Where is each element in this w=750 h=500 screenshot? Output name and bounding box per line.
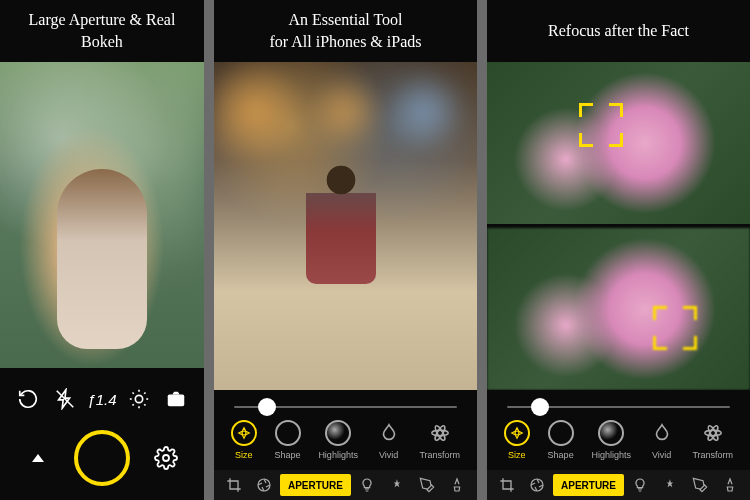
pin-icon[interactable]	[383, 474, 411, 496]
aperture-value[interactable]: ƒ1.4	[87, 384, 117, 414]
panel-title: Large Aperture & Real Bokeh	[0, 0, 204, 62]
tool-size[interactable]: Size	[504, 420, 530, 460]
svg-point-16	[258, 479, 270, 491]
tool-shape[interactable]: Shape	[275, 420, 301, 460]
focus-indicator[interactable]	[579, 103, 623, 147]
svg-point-18	[705, 430, 722, 436]
svg-point-1	[135, 395, 142, 402]
exposure-icon[interactable]	[124, 384, 154, 414]
svg-rect-10	[167, 394, 184, 406]
photo-preview[interactable]	[0, 62, 204, 368]
aperture-mode-icon[interactable]	[523, 474, 551, 496]
panel-title: An Essential Tool for All iPhones & iPad…	[214, 0, 477, 62]
svg-point-21	[531, 479, 543, 491]
crop-icon[interactable]	[493, 474, 521, 496]
tool-vivid[interactable]: Vivid	[376, 420, 402, 460]
bottom-mode-bar: APERTURE	[487, 470, 750, 500]
svg-point-13	[431, 430, 448, 436]
mode-aperture-label[interactable]: APERTURE	[280, 474, 351, 496]
svg-line-4	[132, 392, 133, 393]
settings-icon[interactable]	[154, 446, 178, 470]
brush-icon[interactable]	[413, 474, 441, 496]
screenshot-panel-1: Large Aperture & Real Bokeh ƒ1.4	[0, 0, 204, 500]
crop-icon[interactable]	[220, 474, 248, 496]
svg-line-8	[132, 404, 133, 405]
photo-preview[interactable]	[214, 62, 477, 390]
rotate-icon[interactable]	[13, 384, 43, 414]
tool-highlights[interactable]: Highlights	[591, 420, 631, 460]
brush2-icon[interactable]	[443, 474, 471, 496]
tool-shape[interactable]: Shape	[548, 420, 574, 460]
photo-preview[interactable]	[487, 62, 750, 390]
bottom-mode-bar: APERTURE	[214, 470, 477, 500]
tool-transform[interactable]: Transform	[419, 420, 460, 460]
screenshot-panel-3: Refocus after the Fact Size Shape	[487, 0, 750, 500]
mode-aperture-label[interactable]: APERTURE	[553, 474, 624, 496]
adjustment-slider[interactable]	[214, 390, 477, 416]
camera-switch-icon[interactable]	[161, 384, 191, 414]
brush-icon[interactable]	[686, 474, 714, 496]
panel-title: Refocus after the Fact	[487, 0, 750, 62]
adjustment-slider[interactable]	[487, 390, 750, 416]
brush2-icon[interactable]	[716, 474, 744, 496]
collapse-icon[interactable]	[26, 446, 50, 470]
tool-row: Size Shape Highlights Vivid Transform	[487, 416, 750, 470]
tool-vivid[interactable]: Vivid	[649, 420, 675, 460]
shutter-button[interactable]	[74, 430, 130, 486]
tool-highlights[interactable]: Highlights	[318, 420, 358, 460]
tool-size[interactable]: Size	[231, 420, 257, 460]
tool-row: Size Shape Highlights Vivid Transform	[214, 416, 477, 470]
focus-indicator[interactable]	[653, 306, 697, 350]
aperture-mode-icon[interactable]	[250, 474, 278, 496]
flash-icon[interactable]	[50, 384, 80, 414]
screenshot-panel-2: An Essential Tool for All iPhones & iPad…	[214, 0, 477, 500]
svg-point-11	[163, 455, 169, 461]
tool-transform[interactable]: Transform	[692, 420, 733, 460]
camera-controls: ƒ1.4	[0, 368, 204, 500]
bulb-icon[interactable]	[353, 474, 381, 496]
bulb-icon[interactable]	[626, 474, 654, 496]
pin-icon[interactable]	[656, 474, 684, 496]
svg-line-5	[144, 404, 145, 405]
svg-line-9	[144, 392, 145, 393]
